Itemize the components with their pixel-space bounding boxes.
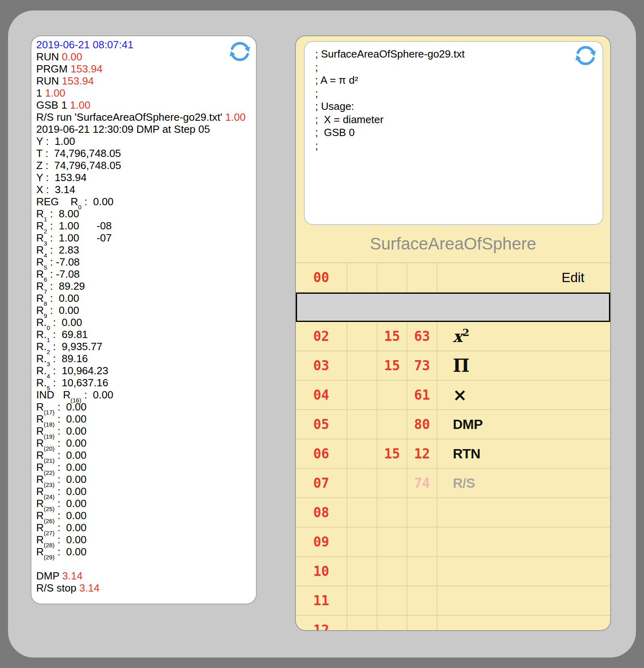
step-code-a <box>347 410 378 439</box>
log-line: R(28) : 0.00 <box>36 534 255 546</box>
comment-line: ; <box>315 61 570 74</box>
log-line: R2 : 1.00 -08 <box>36 220 255 232</box>
program-row-07[interactable]: 0774R/S <box>296 469 610 498</box>
step-code-a <box>347 557 378 586</box>
step-number: 12 <box>296 616 347 631</box>
log-line: R(21) : 0.00 <box>36 449 255 461</box>
program-row-00[interactable]: 00Edit <box>296 263 610 293</box>
log-line: PRGM 153.94 <box>36 63 255 75</box>
step-code-b <box>378 528 407 556</box>
log-line: R(24) : 0.00 <box>36 485 255 497</box>
program-row-02[interactable]: 021563x2 <box>296 322 610 351</box>
step-code-b <box>378 498 407 527</box>
step-code-c <box>407 586 438 615</box>
refresh-button[interactable] <box>574 44 597 67</box>
step-number: 09 <box>296 528 347 556</box>
log-line: R(22) : 0.00 <box>36 461 255 473</box>
log-line: RUN 0.00 <box>36 51 255 63</box>
program-row-05[interactable]: 0580DMP <box>296 410 610 439</box>
screenshot-frame: 2019-06-21 08:07:41RUN 0.00PRGM 153.94RU… <box>0 0 644 668</box>
step-instruction <box>438 616 610 631</box>
step-code-b <box>378 410 407 439</box>
edit-button[interactable]: Edit <box>561 270 584 285</box>
log-line: T : 74,796,748.05 <box>36 147 255 159</box>
log-line: 2019-06-21 12:30:09 DMP at Step 05 <box>36 123 255 135</box>
log-line: R(29) : 0.00 <box>36 546 255 558</box>
comment-line: ; SurfaceAreaOfSphere-go29.txt <box>315 47 570 61</box>
step-code-c: 12 <box>407 439 438 468</box>
log-line: R.1 : 69.81 <box>36 328 255 340</box>
step-instruction: DMP <box>438 410 610 439</box>
step-code-a <box>347 439 378 468</box>
comment-line: ; X = diameter <box>315 113 570 126</box>
step-instruction: RTN <box>438 439 610 468</box>
program-comments-box[interactable]: ; SurfaceAreaOfSphere-go29.txt;; A = π d… <box>304 41 603 225</box>
log-line: R(20) : 0.00 <box>36 437 255 449</box>
program-row-03[interactable]: 031573Π <box>296 351 610 381</box>
step-code-c <box>407 263 438 292</box>
program-row-08[interactable]: 08 <box>296 498 610 528</box>
step-instruction: R/S <box>438 469 610 497</box>
log-output: 2019-06-21 08:07:41RUN 0.00PRGM 153.94RU… <box>36 39 255 594</box>
step-number: 02 <box>296 322 347 350</box>
step-number: 11 <box>296 586 347 615</box>
step-instruction <box>438 498 610 527</box>
log-line: IND R(16) : 0.00 <box>36 389 255 401</box>
program-row-12[interactable]: 12 <box>296 616 610 631</box>
program-row-09[interactable]: 09 <box>296 528 610 557</box>
step-number: 04 <box>296 381 347 409</box>
step-number: 07 <box>296 469 347 497</box>
step-code-a <box>347 322 378 350</box>
step-code-b <box>378 263 407 292</box>
program-header-comments: ; SurfaceAreaOfSphere-go29.txt;; A = π d… <box>315 47 570 152</box>
step-instruction: x2 <box>438 322 610 350</box>
log-line: R.2 : 9,935.77 <box>36 340 255 353</box>
program-row-06[interactable]: 061512RTN <box>296 439 610 469</box>
log-line: R/S run 'SurfaceAreaOfSphere-go29.txt' 1… <box>36 111 255 123</box>
log-line: GSB 1 1.00 <box>36 99 255 111</box>
log-line: Y : 153.94 <box>36 171 255 183</box>
program-panel: ; SurfaceAreaOfSphere-go29.txt;; A = π d… <box>295 35 611 631</box>
program-title: SurfaceAreaOfSphere <box>296 225 610 263</box>
comment-line: ; <box>315 139 570 153</box>
step-code-b: 15 <box>378 322 407 350</box>
step-code-c: 63 <box>407 322 438 350</box>
program-row-selected-01[interactable] <box>296 293 610 322</box>
log-line: R(27) : 0.00 <box>36 522 255 534</box>
step-number: 06 <box>296 439 347 468</box>
step-code-b: 15 <box>378 351 407 380</box>
program-row-10[interactable]: 10 <box>296 557 610 586</box>
log-line <box>36 558 255 570</box>
log-line: R1 : 8.00 <box>36 208 255 220</box>
step-code-a <box>347 586 378 615</box>
step-code-c <box>407 528 438 556</box>
log-line: Y : 1.00 <box>36 135 255 147</box>
step-instruction: Π <box>438 351 610 380</box>
program-row-04[interactable]: 0461× <box>296 381 610 410</box>
comment-line: ; <box>315 87 570 100</box>
log-line: R.5 : 10,637.16 <box>36 377 255 389</box>
step-instruction <box>438 528 610 556</box>
program-row-11[interactable]: 11 <box>296 586 610 616</box>
step-code-b <box>378 616 407 631</box>
log-line: R(19) : 0.00 <box>36 425 255 437</box>
log-line: R5 : -7.08 <box>36 256 255 268</box>
refresh-icon <box>574 44 597 67</box>
log-line: RUN 153.94 <box>36 75 255 87</box>
step-code-b: 15 <box>378 439 407 468</box>
log-line: R(18) : 0.00 <box>36 413 255 425</box>
log-line: 2019-06-21 08:07:41 <box>36 39 255 51</box>
step-code-a <box>347 381 378 409</box>
step-code-a <box>347 469 378 497</box>
step-code-b <box>378 557 407 586</box>
step-code-a <box>347 616 378 631</box>
comment-line: ; A = π d² <box>315 74 570 87</box>
step-instruction <box>438 557 610 586</box>
step-number: 08 <box>296 498 347 527</box>
log-line: R7 : 89.29 <box>36 280 255 292</box>
log-line: R9 : 0.00 <box>36 304 255 316</box>
step-code-c <box>407 557 438 586</box>
log-line: DMP 3.14 <box>36 570 255 582</box>
step-code-b <box>378 586 407 615</box>
step-number: 00 <box>296 263 347 292</box>
